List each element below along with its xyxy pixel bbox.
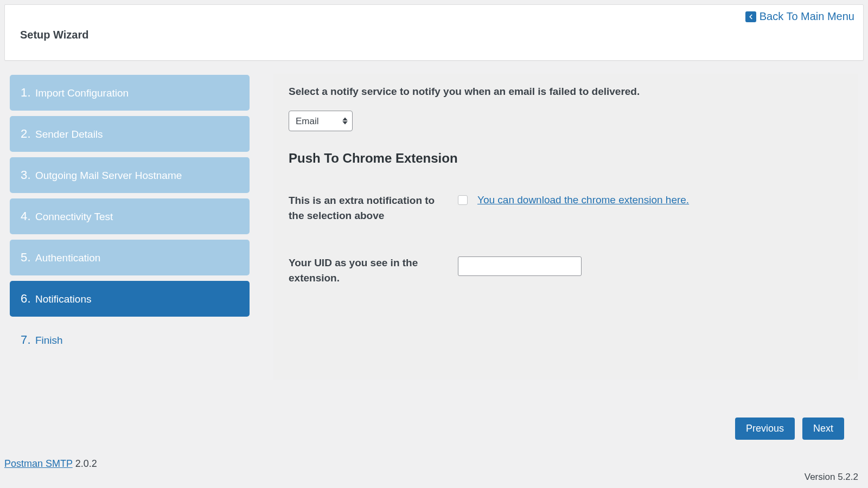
sidebar-item-label: Connectivity Test [35, 211, 113, 223]
sidebar-item-connectivity-test[interactable]: 4. Connectivity Test [10, 198, 250, 234]
sidebar-item-notifications[interactable]: 6. Notifications [10, 281, 250, 317]
chrome-extension-download-link[interactable]: You can download the chrome extension he… [477, 194, 689, 206]
extra-notification-checkbox[interactable] [458, 195, 468, 205]
wp-version-text: Version 5.2.2 [805, 472, 858, 483]
sidebar-item-label: Notifications [35, 293, 92, 305]
step-number: 2. [21, 127, 31, 141]
row-extra-notification: This is an extra notification to the sel… [289, 193, 843, 223]
section-heading: Push To Chrome Extension [289, 151, 843, 166]
step-number: 6. [21, 292, 31, 306]
plugin-version: 2.0.2 [75, 458, 97, 469]
extra-notification-label: This is an extra notification to the sel… [289, 193, 458, 223]
page-title: Setup Wizard [20, 29, 848, 41]
step-number: 5. [21, 251, 31, 265]
uid-label: Your UID as you see in the extension. [289, 255, 458, 285]
footer-plugin-info: Postman SMTP 2.0.2 [4, 458, 97, 470]
sidebar-item-finish[interactable]: 7. Finish [10, 322, 250, 358]
sidebar-item-label: Authentication [35, 252, 100, 264]
step-number: 7. [21, 333, 31, 347]
intro-text: Select a notify service to notify you wh… [289, 86, 843, 98]
sidebar-item-label: Outgoing Mail Server Hostname [35, 170, 182, 182]
sidebar-item-authentication[interactable]: 5. Authentication [10, 240, 250, 275]
back-to-main-menu-link[interactable]: Back To Main Menu [745, 10, 854, 23]
row-uid: Your UID as you see in the extension. [289, 255, 843, 285]
sidebar-item-label: Sender Details [35, 129, 103, 140]
step-number: 4. [21, 209, 31, 223]
wizard-steps-sidebar: 1. Import Configuration 2. Sender Detail… [4, 66, 250, 380]
step-number: 1. [21, 86, 31, 100]
notify-service-select[interactable]: Email [289, 111, 352, 131]
wizard-nav-buttons: Previous Next [735, 418, 844, 440]
sidebar-item-sender-details[interactable]: 2. Sender Details [10, 116, 250, 152]
back-arrow-icon [745, 11, 756, 22]
sidebar-item-label: Finish [35, 335, 63, 346]
step-number: 3. [21, 168, 31, 182]
uid-input[interactable] [458, 256, 582, 276]
plugin-link[interactable]: Postman SMTP [4, 458, 73, 469]
sidebar-item-outgoing-hostname[interactable]: 3. Outgoing Mail Server Hostname [10, 157, 250, 193]
sidebar-item-label: Import Configuration [35, 87, 129, 99]
header-card: Back To Main Menu Setup Wizard [4, 4, 864, 61]
next-button[interactable]: Next [802, 418, 844, 440]
notify-service-select-wrap: Email [289, 111, 353, 131]
previous-button[interactable]: Previous [735, 418, 795, 440]
back-link-label: Back To Main Menu [760, 10, 854, 23]
sidebar-item-import-configuration[interactable]: 1. Import Configuration [10, 75, 250, 111]
main-panel: Select a notify service to notify you wh… [273, 74, 858, 380]
